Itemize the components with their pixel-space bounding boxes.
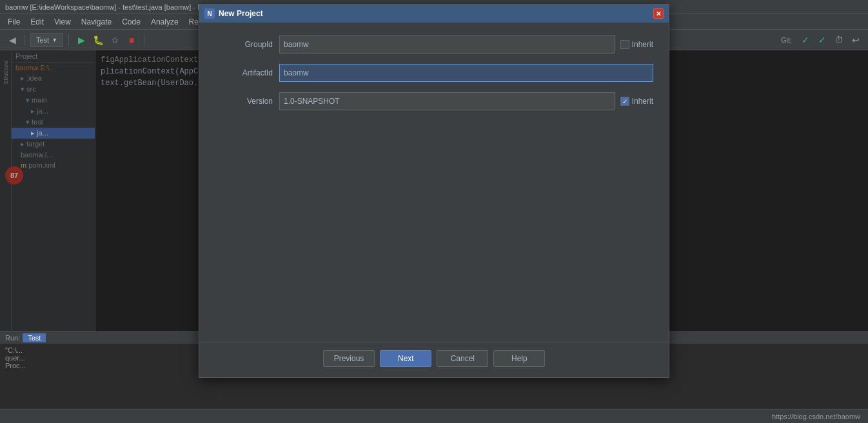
toolbar-git-revert-btn[interactable]: ↩ [849, 33, 863, 47]
toolbar-back-btn[interactable]: ◀ [5, 33, 19, 47]
menu-navigate[interactable]: Navigate [76, 16, 117, 28]
groupid-inherit-label: Inherit [632, 40, 653, 49]
status-url: https://blog.csdn.net/baomw [772, 413, 860, 420]
dialog-title-text: New Project [219, 9, 263, 18]
groupid-row: GroupId Inherit [215, 35, 653, 54]
toolbar-test-dropdown[interactable]: Test ▼ [30, 33, 63, 47]
toolbar-coverage-btn[interactable]: ☆ [108, 33, 122, 47]
previous-label: Previous [334, 354, 364, 363]
run-label: Run: [5, 334, 20, 342]
toolbar-sep-2 [68, 34, 69, 46]
version-inherit-label: Inherit [632, 97, 653, 106]
toolbar-git-history-btn[interactable]: ⏱ [832, 33, 846, 47]
dialog-title-icon: N [204, 8, 215, 19]
groupid-input[interactable] [279, 35, 615, 54]
artifactid-label: ArtifactId [215, 68, 273, 77]
artifactid-row: ArtifactId [215, 64, 653, 82]
dialog-content: GroupId Inherit ArtifactId Version [199, 23, 669, 238]
status-bar: https://blog.csdn.net/baomw [0, 409, 868, 423]
main-area: Structure Project baomw E:\... ▸ .idea ▾… [0, 50, 868, 331]
dialog-buttons: Previous Next Cancel Help [199, 342, 669, 377]
toolbar-stop-btn[interactable]: ■ [124, 33, 139, 47]
help-label: Help [511, 354, 528, 363]
cancel-label: Cancel [451, 354, 475, 363]
dialog-close-button[interactable]: ✕ [653, 8, 664, 19]
new-project-dialog: N New Project ✕ GroupId Inherit [199, 4, 669, 378]
groupid-label: GroupId [215, 40, 273, 49]
toolbar-run-btn[interactable]: ▶ [74, 33, 88, 47]
version-input[interactable] [279, 92, 615, 110]
test-label: Test [36, 36, 49, 44]
version-checkbox-area: Inherit [620, 97, 653, 106]
cancel-button[interactable]: Cancel [437, 350, 488, 367]
toolbar-sep-1 [25, 34, 25, 46]
groupid-inherit-checkbox[interactable] [620, 40, 629, 49]
version-row: Version Inherit [215, 92, 653, 110]
version-inherit-checkbox[interactable] [620, 97, 629, 106]
groupid-checkbox-area: Inherit [620, 40, 653, 49]
previous-button[interactable]: Previous [323, 350, 375, 367]
toolbar-git-label: Git: [777, 36, 796, 44]
menu-edit[interactable]: Edit [25, 16, 49, 28]
version-label: Version [215, 97, 273, 106]
toolbar-git-check-btn[interactable]: ✓ [798, 33, 813, 47]
toolbar-sep-3 [144, 34, 144, 46]
menu-analyze[interactable]: Analyze [146, 16, 184, 28]
next-button[interactable]: Next [380, 350, 431, 367]
menu-view[interactable]: View [49, 16, 76, 28]
menu-code[interactable]: Code [117, 16, 146, 28]
next-label: Next [398, 354, 414, 363]
chevron-down-icon: ▼ [52, 37, 57, 43]
menu-file[interactable]: File [3, 16, 25, 28]
toolbar-git-check2-btn[interactable]: ✓ [815, 33, 829, 47]
dialog-title-bar: N New Project ✕ [199, 5, 669, 23]
dialog-title-left: N New Project [204, 8, 263, 19]
toolbar-debug-btn[interactable]: 🐛 [91, 33, 105, 47]
dialog-backdrop: N New Project ✕ GroupId Inherit [0, 50, 868, 331]
dialog-spacer [199, 238, 669, 342]
test-tab[interactable]: Test [23, 333, 46, 342]
help-button[interactable]: Help [493, 350, 545, 367]
artifactid-input[interactable] [279, 64, 653, 82]
